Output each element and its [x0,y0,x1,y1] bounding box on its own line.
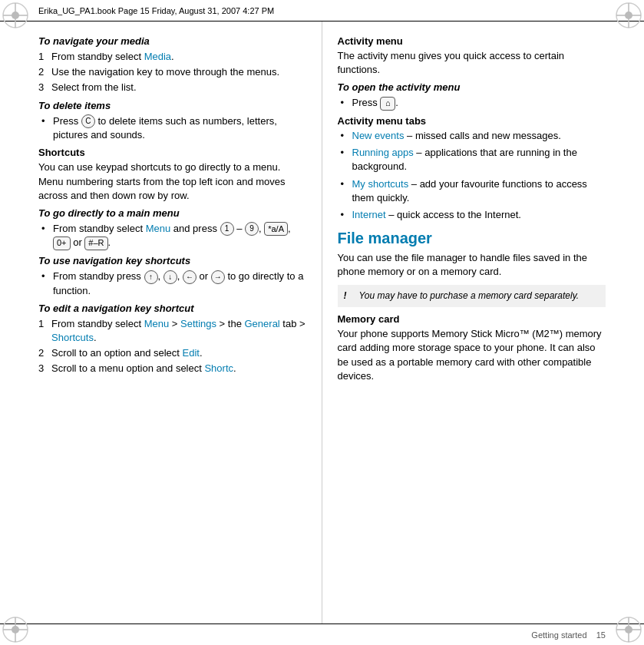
left-column: To navigate your media 1 From standby se… [31,22,322,624]
tab-internet: • Internet – quick access to the Interne… [338,208,606,222]
note-text: You may have to purchase a memory card s… [359,289,580,303]
key-up: ↑ [144,270,158,284]
section-file-manager: File manager You can use the file manage… [338,230,606,307]
svg-point-13 [12,626,19,633]
file-manager-heading: File manager [338,230,606,247]
memory-card-body: Your phone supports Memory Stick Micro™ … [338,327,606,383]
key-0plus: 0+ [53,237,71,250]
bottom-bar-label: Getting started [531,630,586,640]
section-activity-menu: Activity menu The activity menu gives yo… [338,35,606,222]
corner-top-left [0,0,31,31]
key-9: 9 [245,222,259,236]
nav-media-heading: To navigate your media [38,35,306,47]
tab-running-apps: • Running apps – applications that are r… [338,146,606,174]
tab-my-shortcuts: • My shortcuts – add your favourite func… [338,177,606,205]
nav-media-step-3: 3 Select from the list. [38,81,306,94]
bottom-bar-page: 15 [596,630,606,640]
section-shortcuts: Shortcuts You can use keypad shortcuts t… [38,147,306,203]
corner-top-right [613,0,644,31]
nav-key-shortcuts-bullet: • From standby press ↑, ↓, ← or → to go … [38,270,306,298]
top-bar-text: Erika_UG_PA1.book Page 15 Friday, August… [38,6,274,15]
go-directly-bullet: • From standby select Menu and press 1 –… [38,222,306,250]
shortcuts-body: You can use keypad shortcuts to go direc… [38,160,306,203]
edit-nav-step-1: 1 From standby select Menu > Settings > … [38,317,306,345]
svg-point-19 [625,626,632,633]
section-nav-key-shortcuts: To use navigation key shortcuts • From s… [38,255,306,298]
delete-items-heading: To delete items [38,100,306,111]
open-activity-heading: To open the activity menu [338,81,606,93]
key-hash: #–R [84,237,107,250]
shortcuts-heading: Shortcuts [38,147,306,158]
file-manager-body: You can use the file manager to handle f… [338,251,606,279]
edit-nav-shortcut-heading: To edit a navigation key shortcut [38,303,306,314]
main-content: To navigate your media 1 From standby se… [31,22,613,624]
section-nav-media: To navigate your media 1 From standby se… [38,35,306,95]
section-go-directly: To go directly to a main menu • From sta… [38,207,306,250]
svg-point-1 [12,12,19,19]
open-activity-bullet: • Press ⌂. [338,96,606,111]
key-right: → [211,270,225,284]
key-c: C [81,114,95,128]
edit-nav-step-3: 3 Scroll to a menu option and select Sho… [38,362,306,375]
go-directly-heading: To go directly to a main menu [38,207,306,219]
bottom-bar: Getting started 15 [0,624,644,645]
nav-media-step-1: 1 From standby select Media. [38,50,306,64]
memory-card-heading: Memory card [338,313,606,325]
svg-point-7 [625,12,632,19]
corner-bottom-right [613,614,644,645]
activity-menu-body: The activity menu gives you quick access… [338,49,606,77]
activity-menu-tabs-heading: Activity menu tabs [338,115,606,127]
tab-new-events: • New events – missed calls and new mess… [338,129,606,143]
nav-media-step-2: 2 Use the navigation key to move through… [38,65,306,79]
corner-bottom-left [0,614,31,645]
edit-nav-step-2: 2 Scroll to an option and select Edit. [38,346,306,360]
nav-key-shortcuts-heading: To use navigation key shortcuts [38,255,306,266]
section-delete-items: To delete items • Press C to delete item… [38,100,306,143]
activity-menu-heading: Activity menu [338,35,606,47]
key-1: 1 [220,222,234,236]
delete-items-bullet: • Press C to delete items such as number… [38,114,306,143]
right-column: Activity menu The activity menu gives yo… [322,22,614,624]
note-box: ! You may have to purchase a memory card… [338,285,606,307]
section-memory-card: Memory card Your phone supports Memory S… [338,313,606,383]
note-icon: ! [344,289,355,303]
key-left: ← [183,270,197,284]
key-star: *a/A [264,222,288,236]
section-edit-nav-shortcut: To edit a navigation key shortcut 1 From… [38,303,306,376]
key-menu: ⌂ [380,97,395,111]
key-down: ↓ [163,270,177,284]
top-bar: Erika_UG_PA1.book Page 15 Friday, August… [0,0,644,22]
